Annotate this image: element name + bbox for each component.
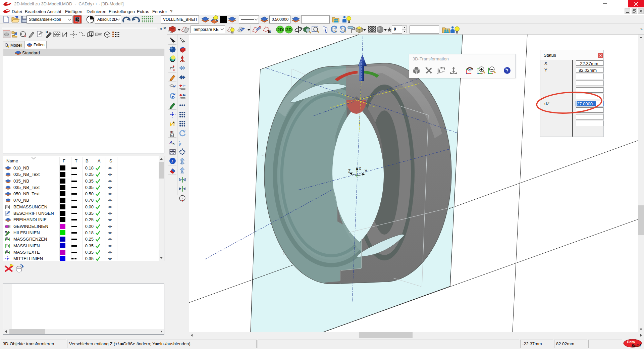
svg-text:A: A [169,140,173,145]
svg-text:b: b [173,142,175,146]
svg-text:Solid: Solid [632,344,641,348]
svg-text:A: A [171,134,173,137]
svg-text:Z: Z [348,169,351,173]
svg-text:Y: Y [365,169,367,173]
svg-text:E: E [268,29,271,34]
svg-text:?: ? [506,68,508,73]
svg-text:2D: 2D [277,27,283,32]
svg-text:X: X [359,166,361,171]
svg-text:3D: 3D [286,27,292,32]
svg-text:H: H [46,31,48,34]
